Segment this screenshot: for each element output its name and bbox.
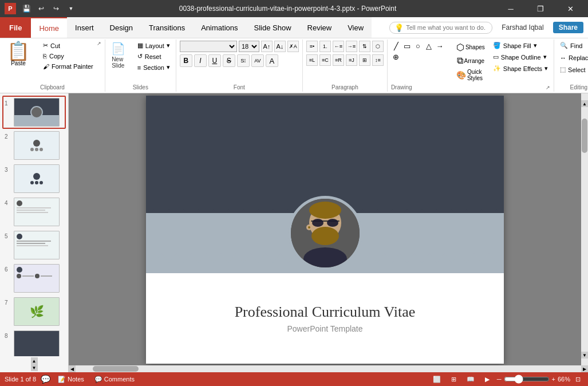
decrease-indent-button[interactable]: ←≡: [333, 41, 344, 52]
copy-button[interactable]: ⎘ Copy: [41, 52, 96, 61]
zoom-slider[interactable]: [504, 375, 550, 384]
decrease-font-button[interactable]: A↓: [274, 41, 286, 52]
layout-button[interactable]: ▦ Layout ▾: [135, 41, 172, 50]
slide-thumb-3[interactable]: 3: [2, 162, 66, 195]
tab-view[interactable]: View: [340, 17, 372, 38]
bullets-button[interactable]: ≡•: [306, 41, 318, 52]
shapes-button[interactable]: ⬡ Shapes: [454, 41, 487, 54]
increase-font-button[interactable]: A↑: [261, 41, 273, 52]
normal-view-button[interactable]: ⬜: [430, 375, 444, 384]
scroll-down-arrow[interactable]: ▼: [581, 352, 588, 359]
numbering-button[interactable]: 1.: [319, 41, 331, 52]
columns-button[interactable]: ⊞: [359, 54, 370, 66]
scroll-track-h[interactable]: [76, 365, 581, 372]
scroll-left-arrow[interactable]: ◀: [69, 365, 76, 372]
text-direction-button[interactable]: ⇅: [359, 41, 370, 52]
shape-arrow[interactable]: →: [435, 41, 445, 51]
increase-indent-button[interactable]: →≡: [346, 41, 357, 52]
canvas-area[interactable]: Professional Curriculum Vitae PowerPoint…: [69, 93, 581, 365]
shadow-button[interactable]: S⃞: [237, 54, 250, 67]
redo-icon[interactable]: ↪: [49, 2, 63, 15]
line-spacing-button[interactable]: ↕≡: [372, 54, 384, 66]
scroll-handle-h[interactable]: [93, 366, 139, 372]
reading-view-button[interactable]: 📖: [464, 375, 477, 384]
undo-icon[interactable]: ↩: [34, 2, 48, 15]
tab-transitions[interactable]: Transitions: [141, 17, 193, 38]
tab-animations[interactable]: Animations: [193, 17, 246, 38]
shape-outline-button[interactable]: ▭ Shape Outline ▾: [491, 52, 550, 62]
slide-thumb-8[interactable]: 8: [2, 328, 66, 356]
slide-thumb-5[interactable]: 5: [2, 229, 66, 262]
customize-qat-icon[interactable]: ▼: [64, 2, 78, 15]
drawing-expand-icon[interactable]: ↗: [546, 85, 550, 90]
tab-review[interactable]: Review: [299, 17, 340, 38]
window-title: 0038-professional-curriculum-vitae-in-po…: [78, 5, 498, 13]
section-button[interactable]: ≡ Section ▾: [135, 62, 172, 72]
tell-me-input[interactable]: [406, 24, 486, 31]
clipboard-expand[interactable]: ↗: [97, 41, 101, 46]
shape-triangle[interactable]: △: [424, 41, 434, 51]
slide-sorter-button[interactable]: ⊞: [448, 375, 459, 384]
scroll-up-arrow[interactable]: ▲: [581, 100, 588, 107]
share-button[interactable]: Share: [553, 22, 583, 33]
font-size-select[interactable]: 18: [239, 41, 259, 52]
tab-file[interactable]: File: [0, 17, 31, 38]
shape-effects-button[interactable]: ✨ Shape Effects ▾: [491, 64, 550, 73]
char-spacing-button[interactable]: AV: [251, 54, 264, 67]
close-button[interactable]: ✕: [557, 0, 583, 17]
font-name-select[interactable]: [180, 41, 237, 52]
strikethrough-button[interactable]: S: [223, 54, 235, 67]
reset-button[interactable]: ↺ Reset: [135, 52, 172, 61]
minimize-button[interactable]: ─: [498, 0, 524, 17]
vertical-scrollbar[interactable]: ▲ ▼: [581, 93, 588, 365]
clipboard-group: 📋 Paste ✂ Cut ⎘ Copy 🖌 Format Painter ↗ …: [0, 40, 105, 92]
scroll-handle-v[interactable]: [582, 119, 587, 153]
quick-styles-button[interactable]: 🎨 Quick Styles: [454, 68, 487, 82]
replace-button[interactable]: ↔ Replace ▾: [558, 53, 588, 62]
tell-me-box[interactable]: 💡: [389, 22, 492, 34]
convert-to-smartart-button[interactable]: ⬡: [372, 41, 384, 52]
slide-thumb-7[interactable]: 7 🌿: [2, 295, 66, 328]
select-button[interactable]: ⬚ Select ▾: [558, 65, 588, 74]
italic-button[interactable]: I: [194, 54, 207, 67]
slide-thumb-1[interactable]: 1: [2, 96, 66, 129]
user-account[interactable]: Farshad Iqbal: [497, 22, 548, 33]
align-left-button[interactable]: ≡L: [306, 54, 318, 66]
new-slide-button[interactable]: 📄 NewSlide: [109, 41, 128, 70]
notes-button[interactable]: 📝 Notes: [55, 375, 87, 384]
slide-thumb-4[interactable]: 4: [2, 195, 66, 229]
clear-format-button[interactable]: ✗A: [287, 41, 299, 52]
panel-scroll-up[interactable]: ▲: [31, 357, 38, 364]
shape-line[interactable]: ╱: [391, 41, 401, 51]
paste-button[interactable]: 📋 Paste: [3, 41, 33, 68]
bold-button[interactable]: B: [180, 54, 192, 67]
save-icon[interactable]: 💾: [19, 2, 33, 15]
align-center-button[interactable]: ≡C: [319, 54, 331, 66]
shape-oval[interactable]: ○: [413, 41, 423, 51]
fit-slide-button[interactable]: ⊡: [573, 375, 583, 384]
format-painter-button[interactable]: 🖌 Format Painter: [41, 62, 96, 71]
justify-button[interactable]: ≡J: [346, 54, 357, 66]
find-button[interactable]: 🔍 Find: [558, 41, 588, 50]
restore-button[interactable]: ❐: [527, 0, 554, 17]
tab-slideshow[interactable]: Slide Show: [246, 17, 299, 38]
align-right-button[interactable]: ≡R: [333, 54, 344, 66]
scroll-right-arrow[interactable]: ▶: [581, 365, 588, 372]
arrange-button[interactable]: ⧉ Arrange: [454, 54, 487, 67]
font-color-button[interactable]: A: [266, 54, 278, 67]
tab-design[interactable]: Design: [102, 17, 141, 38]
underline-button[interactable]: U: [208, 54, 221, 67]
comments-button[interactable]: 💬 Comments: [92, 375, 137, 384]
tab-home[interactable]: Home: [31, 17, 67, 38]
scroll-track-v[interactable]: [581, 107, 588, 352]
slide-list[interactable]: 1 2: [0, 93, 68, 356]
shape-fill-button[interactable]: 🪣 Shape Fill ▾: [491, 41, 550, 50]
slideshow-button[interactable]: ▶: [482, 375, 492, 384]
slide-thumb-6[interactable]: 6: [2, 262, 66, 295]
tab-insert[interactable]: Insert: [67, 17, 102, 38]
slide-thumb-2[interactable]: 2: [2, 129, 66, 162]
cut-button[interactable]: ✂ Cut: [41, 41, 96, 50]
shape-more[interactable]: ⊕: [391, 52, 401, 62]
panel-scroll-down[interactable]: ▼: [31, 364, 38, 371]
shape-rect[interactable]: ▭: [402, 41, 412, 51]
